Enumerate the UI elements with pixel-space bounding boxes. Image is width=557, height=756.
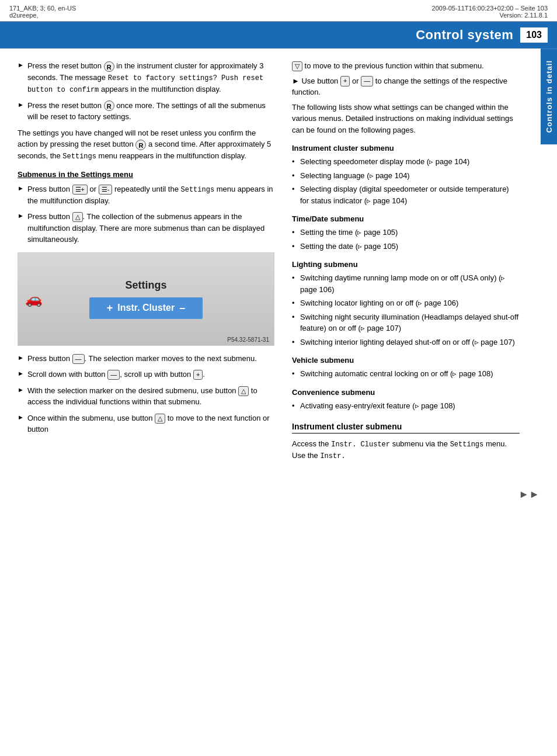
bottom-bullet-3: ► With the selection marker on the desir…: [18, 385, 274, 408]
reset-button-icon-3: R: [135, 140, 146, 150]
car-icon: 🚗: [25, 291, 43, 307]
instrument-item-1: Selecting speedometer display mode (▹ pa…: [292, 156, 520, 168]
header-left-bottom: d2ureepe,: [9, 12, 76, 19]
reset-button-icon-2: R: [104, 100, 114, 111]
instrument-cluster-access-text: Access the Instr. Cluster submenu via th…: [292, 438, 520, 462]
right-column: ▽ to move to the previous function withi…: [286, 48, 531, 477]
btn-triangle-prev: ▽: [292, 61, 302, 71]
settings-cluster-box: + Instr. Cluster –: [89, 297, 203, 319]
instr-cluster-code-1: Instr. Cluster: [331, 441, 390, 449]
settings-code: Settings: [62, 152, 96, 161]
convenience-item-1: Activating easy-entry/exit feature (▹ pa…: [292, 400, 520, 412]
section-side-tab: Controls in detail: [541, 48, 557, 144]
bottom-bullet-1: ► Press button —. The selection marker m…: [18, 353, 274, 365]
content-wrapper: ► Press the reset button R in the instru…: [0, 48, 557, 477]
page-nav-arrow: ►►: [0, 488, 557, 507]
btn-minus-2: —: [107, 370, 120, 380]
submenu-heading-lighting: Lighting submenu: [292, 260, 520, 269]
btn-triangle-3: △: [155, 414, 165, 424]
bottom-bullet-2: ► Scroll down with button —, scroll up w…: [18, 369, 274, 380]
convenience-submenu-list: Activating easy-entry/exit feature (▹ pa…: [292, 400, 520, 412]
bullet-reset-1: ► Press the reset button R in the instru…: [18, 60, 274, 95]
page-number: 103: [520, 27, 548, 43]
submenu-heading-timedate: Time/Date submenu: [292, 214, 520, 223]
btn-plus-2: +: [340, 76, 350, 86]
image-caption: P54.32-5871-31: [227, 337, 269, 343]
reset-button-icon-1: R: [104, 61, 114, 72]
settings-code-2: Settings: [180, 186, 214, 194]
bullet-text-1: Press the reset button R in the instrume…: [27, 60, 274, 95]
btn-plus-1: +: [193, 370, 203, 380]
lighting-item-4: Switching interior lighting delayed shut…: [292, 337, 520, 348]
paragraph-settings: The settings you have changed will not b…: [18, 127, 274, 162]
submenu-bullet-1: ► Press button ☰+ or ☰- repeatedly until…: [18, 183, 274, 207]
following-lists-text: The following lists show what settings c…: [292, 102, 520, 136]
cluster-label: Instr. Cluster: [117, 303, 175, 313]
header-right-bottom: Version: 2.11.8.1: [432, 12, 548, 19]
bullet-reset-2: ► Press the reset button R once more. Th…: [18, 100, 274, 123]
arrow-icon-3: ►: [18, 185, 24, 192]
bottom-bullet-text-4: Once within the submenu, use button △ to…: [27, 412, 274, 435]
settings-code-3: Settings: [450, 441, 484, 449]
btn-menu-minus: ☰-: [99, 185, 113, 195]
submenus-heading: Submenus in the Settings menu: [18, 170, 274, 179]
vehicle-submenu-list: Switching automatic central locking on o…: [292, 368, 520, 380]
btn-minus-3: —: [361, 76, 373, 86]
submenu-heading-instrument: Instrument cluster submenu: [292, 144, 520, 152]
btn-minus-1: —: [72, 354, 85, 364]
settings-img-label: Settings: [125, 279, 166, 292]
settings-image: 🚗 Settings + Instr. Cluster – P54.32-587…: [18, 252, 274, 346]
btn-triangle-up: △: [72, 212, 83, 222]
submenu-bullet-text-1: Press button ☰+ or ☰- repeatedly until t…: [27, 183, 274, 207]
vehicle-item-1: Switching automatic central locking on o…: [292, 368, 520, 380]
timedate-item-1: Setting the time (▹ page 105): [292, 227, 520, 238]
submenu-heading-convenience: Convenience submenu: [292, 388, 520, 397]
section-tab-text: Controls in detail: [545, 60, 553, 133]
use-button-text: ► Use button + or — to change the settin…: [292, 75, 520, 98]
continuation-text: ▽ to move to the previous function withi…: [292, 60, 520, 72]
settings-img-inner: 🚗 Settings + Instr. Cluster – P54.32-587…: [18, 253, 274, 345]
bottom-bullet-text-1: Press button —. The selection marker mov…: [27, 353, 274, 365]
submenu-heading-vehicle: Vehicle submenu: [292, 356, 520, 365]
forward-arrow-icon: ►►: [518, 488, 539, 500]
lighting-item-1: Switching daytime running lamp mode on o…: [292, 272, 520, 295]
arrow-icon-8: ►: [18, 414, 24, 421]
cluster-plus-icon: +: [107, 302, 113, 314]
left-column: ► Press the reset button R in the instru…: [0, 48, 286, 477]
arrow-icon-5: ►: [18, 354, 24, 361]
title-bar-text: Control system: [416, 27, 513, 43]
timedate-submenu-list: Setting the time (▹ page 105) Setting th…: [292, 227, 520, 252]
bullet-text-2: Press the reset button R once more. The …: [27, 100, 274, 123]
lighting-item-3: Switching night security illumination (H…: [292, 311, 520, 334]
submenu-bullet-text-2: Press button △. The collection of the su…: [27, 211, 274, 245]
instrument-item-2: Selecting language (▹ page 104): [292, 170, 520, 182]
title-bar: Control system 103: [0, 22, 557, 48]
timedate-item-2: Setting the date (▹ page 105): [292, 241, 520, 252]
instr-code: Instr.: [320, 452, 345, 460]
lighting-submenu-list: Switching daytime running lamp mode on o…: [292, 272, 520, 348]
btn-menu-plus: ☰+: [72, 185, 88, 195]
arrow-icon-2: ►: [18, 101, 24, 108]
header-left: 171_AKB; 3; 60, en-US d2ureepe,: [9, 5, 76, 19]
bottom-bullet-text-3: With the selection marker on the desired…: [27, 385, 274, 408]
arrow-icon-7: ►: [18, 386, 24, 393]
bottom-bullet-4: ► Once within the submenu, use button △ …: [18, 412, 274, 435]
btn-triangle-2: △: [238, 386, 249, 396]
bottom-bullet-text-2: Scroll down with button —, scroll up wit…: [27, 369, 274, 380]
header-left-top: 171_AKB; 3; 60, en-US: [9, 5, 76, 12]
header-right: 2009-05-11T16:00:23+02:00 – Seite 103 Ve…: [432, 5, 548, 19]
instrument-item-3: Selecting display (digital speedometer o…: [292, 183, 520, 206]
settings-img-top: Settings: [125, 279, 166, 292]
doc-header: 171_AKB; 3; 60, en-US d2ureepe, 2009-05-…: [0, 0, 557, 22]
instrument-submenu-list: Selecting speedometer display mode (▹ pa…: [292, 156, 520, 206]
cluster-minus-icon: –: [179, 302, 185, 314]
instrument-cluster-section-heading: Instrument cluster submenu: [292, 422, 520, 434]
reset-code-1: Reset to factory settings? Push reset bu…: [27, 74, 263, 94]
header-right-top: 2009-05-11T16:00:23+02:00 – Seite 103: [432, 5, 548, 12]
lighting-item-2: Switching locator lighting on or off (▹ …: [292, 297, 520, 309]
arrow-icon-6: ►: [18, 370, 24, 377]
submenu-bullet-2: ► Press button △. The collection of the …: [18, 211, 274, 245]
arrow-icon-1: ►: [18, 61, 24, 68]
arrow-icon-4: ►: [18, 212, 24, 219]
